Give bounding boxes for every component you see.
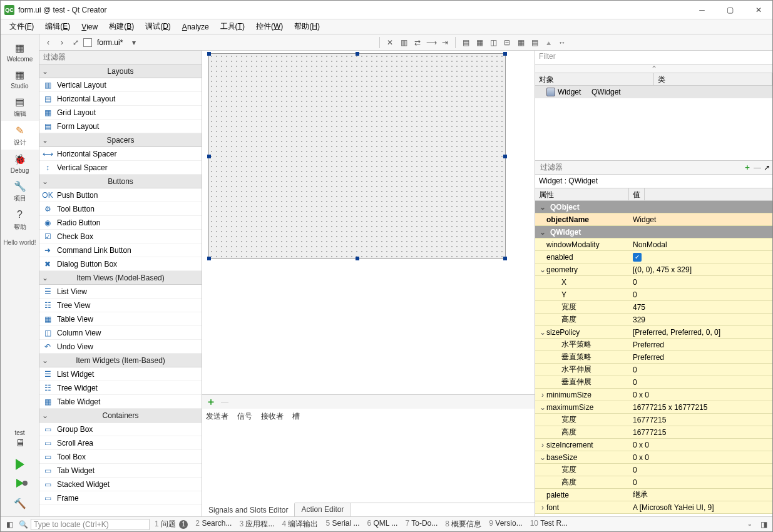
close-output-icon[interactable]: ▫ (744, 519, 756, 530)
formlayout-icon[interactable]: ▤ (528, 36, 541, 49)
widget-item[interactable]: ⟷Horizontal Spacer (39, 147, 202, 161)
widget-category[interactable]: ⌄Item Widgets (Item-Based) (39, 354, 202, 367)
checkbox-checked-icon[interactable]: ✓ (633, 253, 642, 262)
forward-button[interactable]: › (56, 36, 68, 49)
output-tab[interactable]: 4 编译输出 (278, 519, 322, 529)
property-row[interactable]: ⌄maximumSize16777215 x 16777215 (535, 401, 772, 414)
widget-item[interactable]: ▭Frame (39, 491, 202, 505)
property-subrow[interactable]: 水平策略Preferred (535, 339, 772, 351)
widget-item[interactable]: ✖Dialog Button Box (39, 257, 202, 271)
hsplit-icon[interactable]: ◫ (487, 36, 499, 49)
mode-welcome[interactable]: ▦Welcome (1, 38, 39, 65)
object-inspector[interactable]: Widget QWidget (535, 86, 772, 161)
vsplit-icon[interactable]: ⊟ (501, 36, 513, 49)
widget-item[interactable]: ☷Tree Widget (39, 381, 202, 395)
col-class[interactable]: 类 (654, 73, 773, 85)
back-button[interactable]: ‹ (42, 36, 54, 49)
resize-handle[interactable] (356, 257, 359, 260)
resize-handle[interactable] (207, 155, 211, 158)
widget-item[interactable]: ☰List View (39, 285, 202, 299)
property-row[interactable]: ⌄geometry[(0, 0), 475 x 329] (535, 263, 772, 276)
widget-item[interactable]: ☷Tree View (39, 299, 202, 312)
widget-item[interactable]: OKPush Button (39, 188, 202, 202)
resize-handle[interactable] (503, 155, 507, 158)
property-row[interactable]: enabled✓ (535, 251, 772, 263)
hlayout-icon[interactable]: ▤ (459, 36, 472, 49)
sigslot-col[interactable]: 接收者 (261, 411, 284, 422)
widget-item[interactable]: ◉Radio Button (39, 216, 202, 230)
property-row[interactable]: palette继承 (535, 489, 772, 501)
property-row[interactable]: windowModalityNonModal (535, 238, 772, 251)
sigslot-col[interactable]: 发送者 (206, 411, 228, 422)
col-object[interactable]: 对象 (535, 73, 654, 85)
widget-item[interactable]: ▦Table View (39, 312, 202, 326)
form-widget[interactable] (208, 53, 506, 259)
tab-signals-slots[interactable]: Signals and Slots Editor (202, 503, 295, 516)
property-subrow[interactable]: 宽度16777215 (535, 414, 772, 426)
widget-item[interactable]: ☑Check Box (39, 230, 202, 243)
output-tab[interactable]: 5 Serial ... (322, 519, 363, 529)
maximize-button[interactable]: ▢ (716, 1, 744, 19)
widget-category[interactable]: ⌄Item Views (Model-Based) (39, 271, 202, 285)
property-subrow[interactable]: 宽度475 (535, 301, 772, 314)
menu-item[interactable]: 构建(B) (104, 20, 139, 33)
menu-item[interactable]: 编辑(E) (40, 20, 75, 33)
output-tab[interactable]: 1 问题 1 (151, 519, 192, 529)
resize-handle[interactable] (356, 52, 359, 56)
mode-studio[interactable]: ▦Studio (1, 65, 39, 92)
output-tab[interactable]: 3 应用程... (235, 519, 278, 529)
col-value[interactable]: 值 (629, 188, 645, 200)
property-editor[interactable]: ⌄QObjectobjectNameWidget⌄QWidgetwindowMo… (535, 201, 772, 516)
output-tab[interactable]: 7 To-Do... (401, 519, 441, 529)
mode-设计[interactable]: ✎设计 (1, 121, 39, 150)
close-file-button[interactable]: ✕ (384, 36, 396, 49)
widget-category[interactable]: ⌄Spacers (39, 133, 202, 147)
output-tab[interactable]: 2 Search... (192, 519, 235, 529)
widget-item[interactable]: ▭Group Box (39, 422, 202, 436)
property-row[interactable]: ⌄baseSize0 x 0 (535, 451, 772, 464)
widget-item[interactable]: ↕Vertical Spacer (39, 161, 202, 175)
widget-item[interactable]: ⚙Tool Button (39, 202, 202, 216)
locator-input[interactable]: Type to locate (Ctrl+K) (31, 519, 150, 530)
widget-item[interactable]: ▦Table Widget (39, 395, 202, 409)
property-class-row[interactable]: ⌄QWidget (535, 226, 772, 238)
mode-debug[interactable]: 🐞Debug (1, 150, 39, 176)
output-tab[interactable]: 8 概要信息 (441, 519, 485, 529)
property-subrow[interactable]: Y0 (535, 289, 772, 301)
widget-item[interactable]: ☰List Widget (39, 367, 202, 381)
close-button[interactable]: ✕ (744, 1, 772, 19)
property-row[interactable]: ›sizeIncrement0 x 0 (535, 439, 772, 451)
sigslot-col[interactable]: 槽 (292, 411, 300, 422)
menu-item[interactable]: 帮助(H) (289, 20, 325, 33)
edit-widgets-icon[interactable]: ▥ (397, 36, 410, 49)
toggle-rightpane-icon[interactable]: ◨ (757, 519, 770, 530)
settings-icon[interactable]: ↗ (764, 163, 770, 172)
widget-item[interactable]: ▥Vertical Layout (39, 78, 202, 92)
property-subrow[interactable]: 垂直策略Preferred (535, 351, 772, 364)
widget-item[interactable]: ▭Tool Box (39, 450, 202, 464)
menu-item[interactable]: 控件(W) (251, 20, 288, 33)
output-tab[interactable]: 6 QML ... (364, 519, 402, 529)
menu-item[interactable]: 调试(D) (140, 20, 176, 33)
collapse-handle-icon[interactable]: ⌃ (651, 64, 657, 73)
object-inspector-filter[interactable]: Filter (535, 51, 772, 64)
resize-handle[interactable] (503, 257, 507, 260)
output-tab[interactable]: 10 Test R... (526, 519, 572, 529)
property-subrow[interactable]: X0 (535, 276, 772, 289)
minimize-button[interactable]: ─ (688, 1, 716, 19)
run-debug-button[interactable] (1, 476, 39, 490)
property-subrow[interactable]: 水平伸展0 (535, 364, 772, 376)
widgetbox-filter[interactable]: 过滤器 (39, 51, 202, 64)
toggle-leftpane-icon[interactable]: ◧ (3, 519, 16, 530)
property-row[interactable]: objectNameWidget (535, 213, 772, 226)
adjustsize-icon[interactable]: ↔ (556, 36, 568, 49)
widget-item[interactable]: ▤Horizontal Layout (39, 92, 202, 106)
resize-handle[interactable] (207, 52, 211, 56)
property-subrow[interactable]: 垂直伸展0 (535, 376, 772, 389)
menu-item[interactable]: 文件(F) (4, 20, 39, 33)
property-subrow[interactable]: 高度329 (535, 314, 772, 326)
property-class-row[interactable]: ⌄QObject (535, 201, 772, 213)
dropdown-icon[interactable]: ▾ (128, 36, 140, 49)
property-subrow[interactable]: 高度0 (535, 476, 772, 489)
property-subrow[interactable]: 高度16777215 (535, 426, 772, 439)
